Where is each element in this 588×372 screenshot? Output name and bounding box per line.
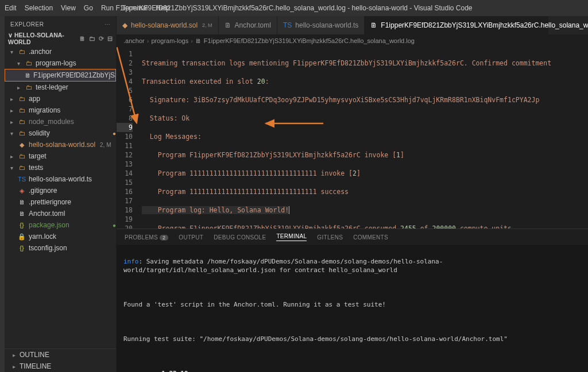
titlebar: Edit Selection View Go Run Terminal Help… <box>0 0 588 16</box>
menu-edit[interactable]: Edit <box>5 4 17 12</box>
menu-go[interactable]: Go <box>84 4 93 12</box>
panel-tab-debug[interactable]: DEBUG CONSOLE <box>214 234 266 241</box>
file-yarn-lock[interactable]: 🔒yarn.lock <box>5 231 116 242</box>
folder-node-modules[interactable]: ▸🗀node_modules <box>5 116 116 127</box>
folder-app[interactable]: ▸🗀app <box>5 93 116 104</box>
file-gitignore[interactable]: ◈.gitignore <box>5 185 116 196</box>
tab-ts[interactable]: TShello-solana-world.ts <box>277 16 365 34</box>
tab-log-active[interactable]: 🗎F1ipperKF9EfD821ZbbYjS319LXYiBmjhzkkf5a… <box>365 16 548 34</box>
bottom-panel: PROBLEMS2 OUTPUT DEBUG CONSOLE TERMINAL … <box>117 228 588 372</box>
refresh-icon[interactable]: ⟳ <box>99 35 104 42</box>
folder-program-logs[interactable]: ▾🗀program-logs <box>5 57 116 69</box>
folder-tests[interactable]: ▾🗀tests <box>5 162 116 173</box>
new-file-icon[interactable]: 🗎 <box>79 35 86 42</box>
file-log-selected[interactable]: 🗎F1ipperKF9EfD821ZbbYjS31... <box>5 69 116 82</box>
tab-sol[interactable]: ◆hello-solana-world.sol2, M <box>117 16 219 34</box>
file-tests-ts[interactable]: TShello-solana-world.ts <box>5 173 116 185</box>
file-package-json[interactable]: {}package.json● <box>5 219 116 231</box>
file-prettierignore[interactable]: 🗎.prettierignore <box>5 196 116 208</box>
folder-test-ledger[interactable]: ▸🗀test-ledger <box>5 82 116 93</box>
collapse-icon[interactable]: ⊟ <box>107 35 113 42</box>
file-tree: ▾🗀.anchor ▾🗀program-logs 🗎F1ipperKF9EfD8… <box>5 45 116 348</box>
panel-tab-terminal[interactable]: TERMINAL <box>276 233 307 241</box>
menu-selection[interactable]: Selection <box>25 4 53 12</box>
folder-solidity[interactable]: ▾🗀solidity ● <box>5 127 116 139</box>
panel-tabs: PROBLEMS2 OUTPUT DEBUG CONSOLE TERMINAL … <box>117 229 588 245</box>
editor-area: ◆hello-solana-world.sol2, M 🗎Anchor.toml… <box>117 16 588 372</box>
timeline-section[interactable]: ▸TIMELINE <box>5 361 116 372</box>
folder-migrations[interactable]: ▸🗀migrations <box>5 104 116 116</box>
terminal-output[interactable]: info: Saving metadata /home/foskaay/dPUD… <box>117 245 588 372</box>
sidebar: EXPLORER ⋯ ∨ HELLO-SOLANA-WORLD 🗎 🗀 ⟳ ⊟ … <box>5 16 117 372</box>
panel-tab-comments[interactable]: COMMENTS <box>353 234 388 241</box>
file-anchor-toml[interactable]: 🗎Anchor.toml <box>5 208 116 219</box>
more-icon[interactable]: ⋯ <box>105 21 111 28</box>
menu-terminal[interactable]: Terminal <box>122 4 148 12</box>
file-tsconfig[interactable]: {}tsconfig.json <box>5 242 116 254</box>
menu-view[interactable]: View <box>61 4 76 12</box>
menu-help[interactable]: Help <box>156 4 170 12</box>
explorer-label: EXPLORER <box>10 21 44 28</box>
file-sol[interactable]: ◆hello-solana-world.sol2, M <box>5 139 116 150</box>
panel-tab-problems[interactable]: PROBLEMS2 <box>125 234 168 241</box>
new-folder-icon[interactable]: 🗀 <box>89 35 95 42</box>
outline-section[interactable]: ▸OUTLINE <box>5 349 116 361</box>
breadcrumb[interactable]: .anchor› program-logs› 🗎F1ipperKF9EfD821… <box>117 34 588 47</box>
panel-tab-output[interactable]: OUTPUT <box>179 234 203 241</box>
panel-tab-gitlens[interactable]: GITLENS <box>317 234 343 241</box>
code-editor[interactable]: 1234 5678 9101112 13141516 17181920 2122… <box>117 47 588 228</box>
menubar: Edit Selection View Go Run Terminal Help <box>5 4 170 12</box>
activity-bar <box>0 16 5 372</box>
line-gutter: 1234 5678 9101112 13141516 17181920 2122… <box>117 47 137 228</box>
code-content[interactable]: Streaming transaction logs mentioning F1… <box>137 47 588 228</box>
menu-run[interactable]: Run <box>101 4 114 12</box>
tab-anchor-toml[interactable]: 🗎Anchor.toml <box>219 16 277 34</box>
editor-tabs: ◆hello-solana-world.sol2, M 🗎Anchor.toml… <box>117 16 588 34</box>
folder-anchor[interactable]: ▾🗀.anchor <box>5 46 116 57</box>
folder-target[interactable]: ▸🗀target <box>5 150 116 162</box>
project-header[interactable]: ∨ HELLO-SOLANA-WORLD 🗎 🗀 ⟳ ⊟ <box>5 32 116 45</box>
